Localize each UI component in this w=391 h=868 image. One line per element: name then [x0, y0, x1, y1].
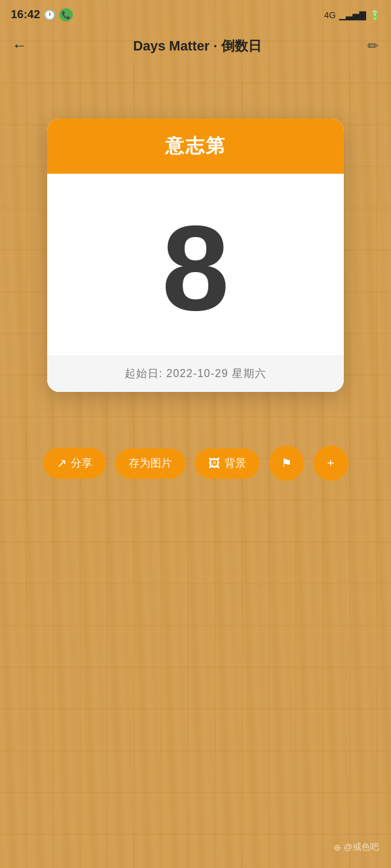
card-body: 8 — [47, 174, 344, 356]
plus-icon: + — [327, 457, 334, 471]
network-label: 4G — [324, 10, 336, 20]
back-button[interactable]: ← — [12, 37, 27, 55]
watermark-icon: ⊕ — [334, 842, 341, 853]
card-header: 意志第 — [47, 119, 344, 174]
edit-button[interactable]: ✏ — [367, 38, 379, 54]
alarm-icon: 🕐 — [44, 9, 55, 20]
card-date: 起始日: 2022-10-29 星期六 — [125, 368, 266, 379]
add-button[interactable]: + — [313, 446, 349, 481]
flag-icon: ⚑ — [281, 456, 292, 471]
nav-bar: ← Days Matter · 倒数日 ✏ — [0, 27, 391, 65]
watermark-text: @戒色吧 — [344, 841, 379, 853]
main-content: 意志第 8 起始日: 2022-10-29 星期六 ↗ 分享 存为图片 🖼 背景… — [0, 65, 391, 481]
save-image-label: 存为图片 — [129, 457, 172, 471]
phone-icon: 📞 — [59, 8, 73, 22]
status-left: 16:42 🕐 📞 — [11, 8, 73, 22]
status-icons: 4G ▁▃▅▇ 🔋 — [324, 10, 380, 20]
flag-button[interactable]: ⚑ — [269, 446, 304, 481]
action-bar: ↗ 分享 存为图片 🖼 背景 ⚑ + — [43, 446, 349, 481]
status-bar: 16:42 🕐 📞 4G ▁▃▅▇ 🔋 — [0, 0, 391, 27]
save-image-button[interactable]: 存为图片 — [115, 448, 185, 479]
background-button[interactable]: 🖼 背景 — [195, 448, 260, 479]
card-footer: 起始日: 2022-10-29 星期六 — [47, 356, 344, 392]
status-time: 16:42 — [11, 8, 40, 22]
signal-icon: ▁▃▅▇ — [339, 10, 366, 20]
share-button[interactable]: ↗ 分享 — [43, 448, 106, 479]
countdown-card: 意志第 8 起始日: 2022-10-29 星期六 — [47, 119, 344, 392]
card-title: 意志第 — [165, 135, 226, 156]
countdown-number: 8 — [162, 207, 229, 329]
background-icon: 🖼 — [208, 457, 220, 471]
watermark: ⊕ @戒色吧 — [334, 841, 379, 853]
share-label: 分享 — [71, 457, 92, 471]
battery-icon: 🔋 — [369, 10, 380, 20]
background-label: 背景 — [224, 457, 246, 471]
share-icon: ↗ — [57, 456, 67, 471]
nav-title: Days Matter · 倒数日 — [133, 37, 261, 55]
